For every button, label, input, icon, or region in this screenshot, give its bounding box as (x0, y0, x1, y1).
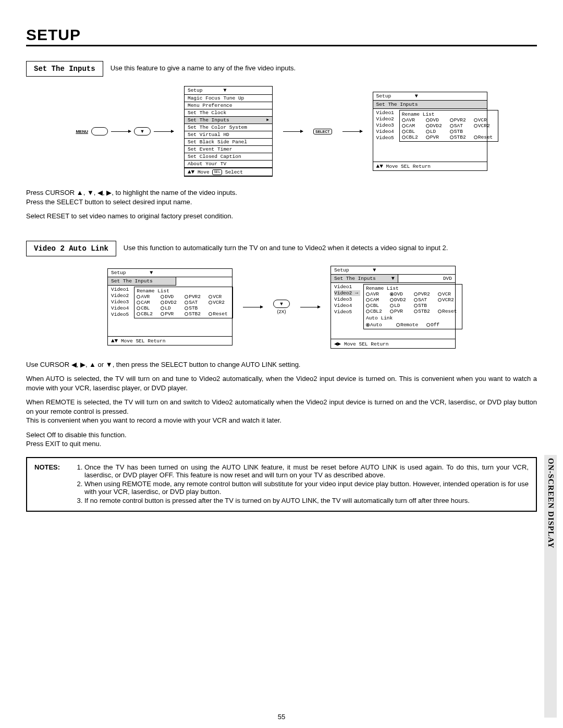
cursor-down-button-icon: ▼ (273, 300, 290, 308)
note-item: When using REMOTE mode, any remote contr… (84, 480, 529, 496)
osd-footer: ▲▼ Move SEL Return (108, 336, 232, 345)
select-key-icon: SEL (401, 164, 410, 169)
instruction-text: When REMOTE is selected, the TV will tur… (26, 398, 537, 416)
radio-option: AVR (402, 117, 424, 123)
radio-option (209, 305, 230, 311)
menu-item: Set The Inputs▶ (185, 117, 272, 124)
radio-option: PVR (390, 309, 412, 314)
instruction-text: Use CURSOR ◀, ▶, ▲ or ▼, then press the … (26, 360, 537, 369)
radio-option: CBL2 (402, 134, 424, 140)
video-label: Video2 (334, 290, 352, 296)
cursor-down-icon: ▼ (373, 267, 376, 273)
foot-move: Move (344, 341, 356, 347)
instruction-text: Press EXIT to quit menu. (26, 439, 537, 449)
video-label: Video4 (334, 303, 360, 309)
arrow-icon (111, 131, 131, 132)
radio-option: Reset (474, 134, 496, 140)
menu-label: MENU (76, 129, 88, 134)
radio-option: DVD2 (161, 300, 182, 305)
radio-option: VCR (474, 117, 496, 123)
radio-option: SAT (185, 300, 206, 305)
menu-item: Set Virtual HD (185, 131, 272, 139)
foot-move: Move (121, 338, 133, 344)
radio-option: DVD2 (390, 297, 412, 303)
video-label: Video1 (376, 110, 394, 116)
radio-option: DVD (161, 294, 182, 300)
section-desc: Use this feature to give a name to any o… (111, 61, 296, 72)
radio-option: VCR2 (438, 297, 460, 303)
video-label: Video4 (376, 129, 396, 134)
diagram-row-1: MENU ▼ Setup▼ Magic Focus Tune UpMenu Pr… (26, 86, 537, 177)
radio-option: SAT (414, 297, 436, 303)
menu-item: Menu Preference (185, 102, 272, 109)
osd-setup-menu: Setup▼ Magic Focus Tune UpMenu Preferenc… (184, 86, 273, 177)
foot-return: Return (413, 164, 431, 169)
radio-option (474, 129, 496, 134)
instruction-text: Press the SELECT button to select desire… (26, 198, 192, 206)
section-tab: ON-SCREEN DISPLAY (544, 455, 557, 718)
radio-option: LD (426, 129, 448, 134)
radio-option: CBL (366, 303, 388, 309)
rename-list-label: Rename List (366, 286, 460, 291)
instruction-text: When AUTO is selected, the TV will turn … (26, 374, 537, 392)
video-label: Video1 (334, 284, 352, 290)
arrow-icon (342, 131, 362, 132)
note-item: Once the TV has been turned on using the… (84, 463, 529, 479)
video-label: Video1 (111, 287, 129, 292)
radio-option: PVR2 (414, 291, 436, 297)
instruction-text: Select Off to disable this function. (26, 430, 537, 440)
select-key-icon: SEL (359, 341, 368, 347)
radio-option: STB (185, 305, 206, 311)
osd-subtitle: Set The Inputs (108, 277, 176, 286)
foot-move: Move (386, 164, 398, 169)
radio-option: AVR (137, 294, 158, 300)
cursor-down-button-icon: ▼ (134, 127, 151, 135)
updown-icon: ▲▼ (376, 163, 383, 169)
radio-option: STB (414, 303, 436, 309)
video-label: Video3 (334, 297, 360, 302)
osd-title: Setup (376, 93, 391, 99)
rename-list-label: Rename List (402, 112, 496, 117)
rename-list-label: Rename List (137, 288, 230, 294)
radio-option: CBL (137, 305, 158, 311)
radio-option: STB2 (185, 311, 206, 317)
menu-item: Set The Color System (185, 124, 272, 131)
video-label: Video5 (376, 135, 396, 141)
osd-footer: ▲▼ Move SEL Select (185, 168, 272, 176)
radio-option: LD (390, 303, 412, 309)
selected-value: DVD (398, 275, 455, 283)
radio-option: SAT (450, 123, 472, 129)
osd-subtitle: Set The Inputs (334, 276, 376, 281)
menu-item: About Your TV (185, 161, 272, 168)
radio-option: DVD2 (426, 123, 448, 129)
osd-title: Setup (334, 267, 349, 273)
radio-option: STB2 (414, 309, 436, 314)
video-label: Video4 (111, 305, 131, 311)
instruction-text: Select RESET to set video names to origi… (26, 212, 537, 221)
radio-option: Reset (438, 309, 460, 314)
radio-option: CAM (137, 300, 158, 305)
radio-option: CBL (402, 129, 424, 134)
autolink-label: Auto Link (366, 314, 460, 321)
radio-option: VCR (438, 291, 460, 297)
radio-option (438, 303, 460, 309)
video-label: Video3 (376, 122, 396, 128)
radio-option: STB2 (450, 134, 472, 140)
page-number: 55 (0, 713, 563, 721)
osd-title: Setup (111, 270, 126, 276)
notes-label: NOTES: (34, 463, 72, 505)
radio-option: CBL2 (366, 309, 388, 314)
select-key-icon: SEL (212, 169, 222, 175)
video-label: Video5 (334, 309, 360, 315)
section-desc: Use this function to automatically turn … (124, 241, 448, 252)
cursor-right-icon: → (355, 290, 358, 296)
radio-option: Off (426, 322, 455, 328)
radio-option: CAM (366, 297, 388, 303)
radio-option: PVR (426, 134, 448, 140)
osd-footer: ▲▼ Move SEL Return (373, 162, 487, 170)
radio-option: PVR (161, 311, 182, 317)
radio-option: PVR2 (185, 294, 206, 300)
updown-icon: ▲▼ (188, 169, 194, 175)
radio-option: VCR2 (474, 123, 496, 129)
instruction-text: Press CURSOR ▲, ▼, ◀, ▶, to highlight th… (26, 189, 237, 196)
